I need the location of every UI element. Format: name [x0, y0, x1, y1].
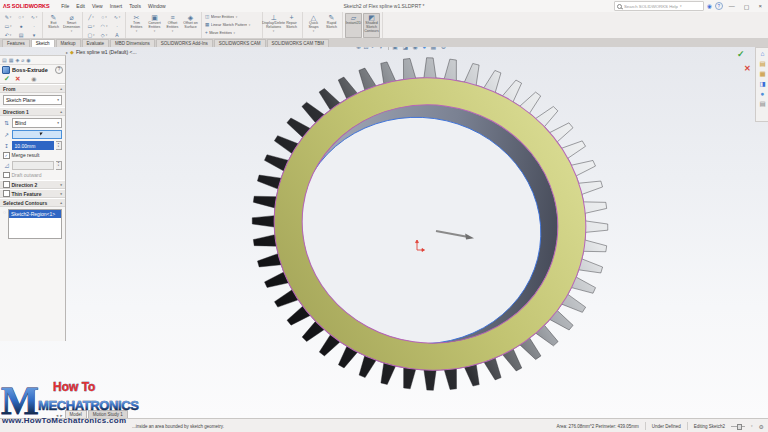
draft-outward-checkbox[interactable] [3, 172, 10, 179]
pm-tab-configurationmanager[interactable]: ◈ [15, 57, 19, 63]
pm-tab-featuremanager[interactable]: ▤ [2, 57, 7, 63]
selected-contours-list[interactable]: Sketch2-Region<1> [8, 209, 62, 239]
ribbon-tool-point[interactable]: · [111, 22, 123, 30]
ribbon-button-quick-snaps[interactable]: △ Quick Snaps▾ [305, 13, 322, 38]
collapse-chevron-icon[interactable]: ▴ [60, 110, 62, 114]
file-explorer-icon[interactable]: ▦ [759, 69, 765, 78]
draft-icon[interactable]: ◿ [3, 162, 10, 168]
help-icon[interactable]: ? [715, 2, 723, 10]
restore-button[interactable]: ▢ [741, 3, 753, 10]
solidworks-resources-icon[interactable]: ⌂ [761, 49, 765, 58]
direction1-section-header[interactable]: Direction 1 ▴ [0, 107, 65, 116]
appearances-icon[interactable]: ● [761, 89, 765, 98]
status-options-icon[interactable]: ⚙ [759, 423, 764, 430]
ribbon-button-shaded-sketch-contours[interactable]: ◩ Shaded Sketch Contours [363, 13, 380, 38]
ribbon-tool-circle[interactable]: ○▾ [15, 13, 27, 21]
ribbon-button-exit-sketch[interactable]: ✎ Exit Sketch [45, 13, 62, 38]
depth-spinner[interactable]: ▴▾ [56, 141, 62, 150]
contour-list-item[interactable]: Sketch2-Region<1> [9, 210, 61, 218]
ribbon-tool-arc[interactable]: ◠▾ [98, 22, 110, 30]
tab-evaluate[interactable]: Evaluate [82, 39, 110, 47]
direction2-checkbox[interactable] [3, 181, 10, 188]
from-section-header[interactable]: From ▴ [0, 84, 65, 93]
expand-chevron-icon[interactable]: ▾ [60, 192, 62, 196]
ribbon-tool-point[interactable]: · [28, 22, 40, 30]
part-name[interactable]: Flex spline w1 (Default) <... [76, 49, 137, 55]
ribbon-tool-spline[interactable]: ∿▾ [28, 13, 40, 21]
collapse-chevron-icon[interactable]: ▴ [60, 201, 62, 205]
tab-solidworks-cam[interactable]: SOLIDWORKS CAM [214, 39, 266, 47]
menu-item-tools[interactable]: Tools [126, 3, 145, 9]
ok-button[interactable]: ✓ [4, 75, 10, 83]
ribbon-button-smart-dimension[interactable]: ⌀ Smart Dimension▾ [63, 13, 80, 38]
design-library-icon[interactable]: ▤ [759, 59, 765, 68]
direction-of-extrusion-field[interactable] [12, 130, 62, 139]
merge-result-checkbox[interactable]: ✓ [3, 152, 10, 159]
pm-tab-dimxpertmanager[interactable]: ⌀ [21, 57, 24, 63]
merge-result-row[interactable]: ✓ Merge result [3, 152, 62, 159]
view-palette-icon[interactable]: ◨ [759, 79, 765, 88]
minimize-button[interactable]: — [726, 3, 738, 9]
menu-item-window[interactable]: Window [144, 3, 169, 9]
ribbon-tool-sphere[interactable]: ● [15, 22, 27, 30]
menu-item-file[interactable]: File [58, 3, 73, 9]
draft-spinner[interactable]: ▴▾ [56, 161, 62, 170]
pm-tab-propertymanager[interactable]: ▦ [9, 57, 14, 63]
tree-expander-icon[interactable]: ▸ [66, 50, 68, 55]
menu-item-insert[interactable]: Insert [106, 3, 126, 9]
thin-feature-section-header[interactable]: Thin Feature ▾ [0, 189, 65, 198]
tab-mbd-dimensions[interactable]: MBD Dimensions [110, 39, 155, 47]
reverse-direction-icon[interactable]: ⇅ [3, 120, 10, 126]
ribbon-button-instant2d[interactable]: ▱ Instant2D [345, 13, 362, 38]
model-tab-motion-study-1[interactable]: Motion Study 1 [88, 410, 128, 418]
ribbon-button-offset-on-surface[interactable]: ◈ Offset on Surface [182, 13, 199, 38]
ribbon-button-mirror-entities[interactable]: ◫ Mirror Entities▾ [204, 13, 260, 21]
close-button[interactable]: × [755, 3, 765, 9]
draft-angle-field[interactable] [12, 161, 54, 170]
ribbon-button-convert-entities[interactable]: ▣ Convert Entities▾ [146, 13, 163, 38]
selected-contours-section-header[interactable]: Selected Contours ▴ [0, 198, 65, 207]
ribbon-button-move-entities[interactable]: + Move Entities▾ [204, 29, 260, 37]
user-account-icon[interactable]: ◉ [707, 3, 712, 9]
menu-item-edit[interactable]: Edit [73, 3, 89, 9]
preview-eye-icon[interactable]: ◉ [31, 75, 36, 82]
end-condition-dropdown[interactable]: Blind ▾ [12, 118, 62, 128]
depth-field[interactable]: 10.00mm [12, 141, 54, 150]
cancel-button[interactable]: ✕ [15, 75, 20, 83]
tab-sketch[interactable]: Sketch [31, 39, 55, 47]
ribbon-tool-spline[interactable]: ∿▾ [111, 13, 123, 21]
ribbon-button-repair-sketch[interactable]: + Repair Sketch [283, 13, 300, 38]
zoom-slider[interactable] [731, 426, 745, 427]
pm-help-icon[interactable]: ? [55, 66, 63, 74]
ribbon-button-trim-entities[interactable]: ✂ Trim Entities▾ [128, 13, 145, 38]
tab-features[interactable]: Features [2, 39, 30, 47]
tab-markup[interactable]: Markup [56, 39, 81, 47]
status-caret-icon[interactable]: ▾ [751, 425, 753, 428]
dropdown-caret-icon[interactable]: ▾ [57, 98, 59, 102]
ribbon-tool-circle[interactable]: ○▾ [98, 13, 110, 21]
confirm-accept-button[interactable]: ✓ [737, 49, 745, 59]
custom-properties-icon[interactable]: ▤ [759, 99, 765, 108]
search-box[interactable]: Search SOLIDWORKS Help ▾ [614, 1, 704, 11]
graphics-viewport[interactable] [0, 47, 768, 418]
ribbon-button-linear-sketch-pattern[interactable]: ▦ Linear Sketch Pattern▾ [204, 21, 260, 29]
ribbon-button-rapid-sketch[interactable]: ✎ Rapid Sketch [323, 13, 340, 38]
from-dropdown[interactable]: Sketch Plane ▾ [3, 95, 62, 105]
ribbon-tool-sketch[interactable]: ✎▾ [2, 13, 14, 21]
thin-feature-checkbox[interactable] [3, 190, 10, 197]
ribbon-tool-rectangle[interactable]: ▭▾ [2, 22, 14, 30]
ribbon-button-display-delete-relations[interactable]: ⊥ Display/Delete Relations▾ [265, 13, 282, 38]
flyout-feature-tree[interactable]: ▸ ◆ Flex spline w1 (Default) <... [66, 49, 137, 55]
model-tab-model[interactable]: Model [65, 410, 87, 418]
search-caret-icon[interactable]: ▾ [680, 5, 682, 8]
tab-solidworks-cam-tbm[interactable]: SOLIDWORKS CAM TBM [267, 39, 329, 47]
confirm-cancel-button[interactable]: ✕ [744, 64, 751, 73]
search-input[interactable]: Search SOLIDWORKS Help [624, 4, 678, 9]
direction2-section-header[interactable]: Direction 2 ▾ [0, 180, 65, 189]
expand-chevron-icon[interactable]: ▾ [60, 183, 62, 187]
ribbon-tool-rectangle[interactable]: ▭▾ [85, 22, 97, 30]
pm-tab-displaymanager[interactable]: ◉ [26, 57, 30, 63]
tab-solidworks-add-ins[interactable]: SOLIDWORKS Add-Ins [156, 39, 213, 47]
ribbon-button-offset-entities[interactable]: ≡ Offset Entities▾ [164, 13, 181, 38]
draft-outward-row[interactable]: Draft outward [3, 172, 62, 179]
